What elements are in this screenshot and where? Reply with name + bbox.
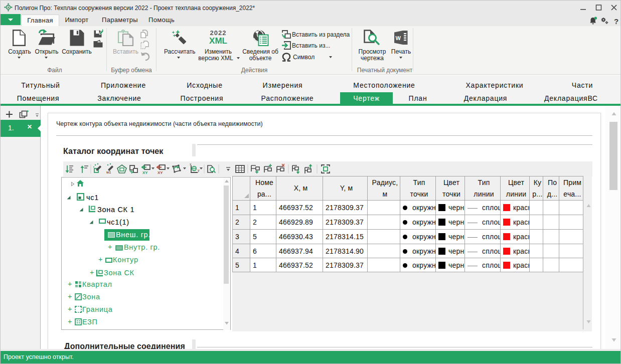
svg-text:?: ? <box>614 17 618 26</box>
svg-text:W: W <box>396 35 401 41</box>
svg-text:XY: XY <box>158 170 163 175</box>
svg-text:м1: м1 <box>106 170 111 174</box>
svg-text:x: x <box>190 162 192 166</box>
svg-text:y: y <box>198 168 200 172</box>
svg-text:XY: XY <box>142 170 148 175</box>
